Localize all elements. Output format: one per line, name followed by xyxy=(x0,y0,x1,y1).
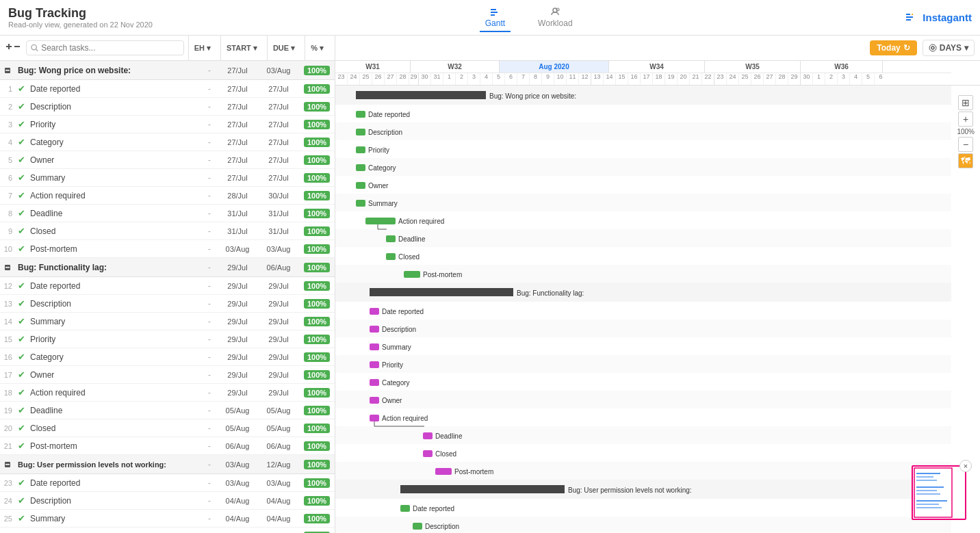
today-icon: ↻ xyxy=(903,43,910,53)
task-row[interactable]: 26 ✔ Priority - 04/Aug 04/Aug 100% xyxy=(0,528,335,533)
task-row[interactable]: 19 ✔ Deadline - 05/Aug 05/Aug 100% xyxy=(0,402,335,419)
task-row[interactable]: 1 ✔ Date reported - 27/Jul 27/Jul 100% xyxy=(0,80,335,98)
day-cell: 6 xyxy=(505,73,517,85)
group-due: 06/Aug xyxy=(258,263,299,272)
task-row[interactable]: 13 ✔ Description - 29/Jul 29/Jul 100% xyxy=(0,295,335,313)
gantt-task-label: Description xyxy=(425,523,459,530)
tab-gantt[interactable]: Gantt xyxy=(480,3,511,32)
task-due: 05/Aug xyxy=(258,424,299,432)
task-num: 2 xyxy=(0,103,15,111)
task-name: Deadline xyxy=(27,406,202,415)
task-row[interactable]: 23 ✔ Date reported - 03/Aug 03/Aug 100% xyxy=(0,474,335,492)
tab-workload[interactable]: Workload xyxy=(532,3,578,32)
svg-rect-25 xyxy=(335,105,951,122)
task-row[interactable]: 24 ✔ Description - 04/Aug 04/Aug 100% xyxy=(0,492,335,510)
task-row[interactable]: 2 ✔ Description - 27/Jul 27/Jul 100% xyxy=(0,98,335,116)
day-cell: 17 xyxy=(641,73,653,85)
today-label: Today xyxy=(877,43,900,53)
task-due: 29/Jul xyxy=(258,389,299,397)
zoom-fit-button[interactable]: ⊞ xyxy=(958,95,973,110)
task-row[interactable]: 7 ✔ Action required - 28/Jul 30/Jul 100% xyxy=(0,187,335,205)
task-start: 04/Aug xyxy=(217,497,258,505)
task-num: 16 xyxy=(0,353,15,361)
collapse-icon[interactable] xyxy=(0,67,15,74)
collapse-icon[interactable] xyxy=(0,264,15,271)
days-button[interactable]: DAYS ▾ xyxy=(923,40,975,56)
col-eh[interactable]: EH ▾ xyxy=(188,36,216,60)
zoom-out-button[interactable]: − xyxy=(958,137,973,152)
group-row[interactable]: Bug: User permission levels not working:… xyxy=(0,455,335,474)
task-row[interactable]: 18 ✔ Action required - 29/Jul 29/Jul 100… xyxy=(0,384,335,402)
task-name: Action required xyxy=(27,388,202,398)
task-name: Closed xyxy=(27,424,202,433)
task-due: 29/Jul xyxy=(258,353,299,361)
task-start: 31/Jul xyxy=(217,227,258,235)
collapse-icon[interactable] xyxy=(0,461,15,468)
task-row[interactable]: 10 ✔ Post-mortem - 03/Aug 03/Aug 100% xyxy=(0,240,335,258)
task-check: ✔ xyxy=(15,405,27,415)
svg-rect-48 xyxy=(370,288,513,296)
task-row[interactable]: 6 ✔ Summary - 27/Jul 27/Jul 100% xyxy=(0,169,335,187)
task-start: 06/Aug xyxy=(217,442,258,450)
task-num: 25 xyxy=(0,515,15,523)
day-cell: 5 xyxy=(862,73,875,85)
zoom-in-button[interactable]: + xyxy=(958,112,973,127)
minimap-close-button[interactable]: × xyxy=(959,460,972,472)
day-cell: 19 xyxy=(665,73,678,85)
task-check: ✔ xyxy=(15,441,27,451)
svg-rect-1 xyxy=(491,12,498,13)
group-row[interactable]: Bug: Functionality lag: - 29/Jul 06/Aug … xyxy=(0,258,335,277)
task-start: 27/Jul xyxy=(217,85,258,93)
gantt-task-label: Date reported xyxy=(382,308,424,315)
task-num: 12 xyxy=(0,282,15,290)
day-cell: 6 xyxy=(875,73,887,85)
group-row[interactable]: Bug: Wong price on website: - 27/Jul 03/… xyxy=(0,61,335,80)
task-pct: 100% xyxy=(299,299,335,309)
task-row[interactable]: 4 ✔ Category - 27/Jul 27/Jul 100% xyxy=(0,133,335,151)
task-name: Priority xyxy=(27,335,202,344)
day-cell: 14 xyxy=(604,73,616,85)
task-row[interactable]: 20 ✔ Closed - 05/Aug 05/Aug 100% xyxy=(0,419,335,437)
col-due[interactable]: DUE ▾ xyxy=(267,36,300,60)
search-input[interactable] xyxy=(41,43,179,53)
map-toggle-button[interactable]: 🗺 xyxy=(958,153,973,168)
task-name: Summary xyxy=(27,514,202,523)
svg-rect-58 xyxy=(370,379,379,386)
days-label: DAYS xyxy=(940,43,962,53)
group-start: 03/Aug xyxy=(217,460,258,469)
task-start: 27/Jul xyxy=(217,120,258,129)
day-cell: 24 xyxy=(727,73,739,85)
svg-rect-49 xyxy=(335,302,951,320)
task-name: Description xyxy=(27,496,202,506)
col-start[interactable]: START ▾ xyxy=(220,36,263,60)
task-row[interactable]: 25 ✔ Summary - 04/Aug 04/Aug 100% xyxy=(0,510,335,528)
col-pct[interactable]: % ▾ xyxy=(305,36,329,60)
svg-rect-43 xyxy=(335,247,951,265)
task-row[interactable]: 15 ✔ Priority - 29/Jul 29/Jul 100% xyxy=(0,330,335,348)
task-start: 05/Aug xyxy=(217,406,258,415)
task-due: 05/Aug xyxy=(258,406,299,415)
today-button[interactable]: Today ↻ xyxy=(870,40,916,55)
task-name: Post-mortem xyxy=(27,244,202,254)
svg-rect-44 xyxy=(386,253,396,260)
task-row[interactable]: 21 ✔ Post-mortem - 06/Aug 06/Aug 100% xyxy=(0,437,335,455)
task-row[interactable]: 16 ✔ Category - 29/Jul 29/Jul 100% xyxy=(0,348,335,366)
task-row[interactable]: 9 ✔ Closed - 31/Jul 31/Jul 100% xyxy=(0,222,335,240)
add-minus-btn[interactable] xyxy=(5,42,22,53)
task-start: 27/Jul xyxy=(217,138,258,146)
group-start: 27/Jul xyxy=(217,66,258,75)
day-cell: 22 xyxy=(702,73,714,85)
day-cell: 4 xyxy=(850,73,862,85)
task-row[interactable]: 8 ✔ Deadline - 31/Jul 31/Jul 100% xyxy=(0,205,335,222)
gantt-svg: Bug: Wong price on website: Date reporte… xyxy=(335,86,951,533)
workload-icon xyxy=(550,6,560,17)
task-row[interactable]: 14 ✔ Summary - 29/Jul 29/Jul 100% xyxy=(0,313,335,330)
task-row[interactable]: 3 ✔ Priority - 27/Jul 27/Jul 100% xyxy=(0,116,335,133)
task-row[interactable]: 5 ✔ Owner - 27/Jul 27/Jul 100% xyxy=(0,151,335,169)
task-row[interactable]: 17 ✔ Owner - 29/Jul 29/Jul 100% xyxy=(0,366,335,384)
week-label: W31 xyxy=(335,61,411,73)
search-box[interactable] xyxy=(26,40,184,55)
task-row[interactable]: 12 ✔ Date reported - 29/Jul 29/Jul 100% xyxy=(0,277,335,295)
task-start: 29/Jul xyxy=(217,300,258,308)
task-num: 6 xyxy=(0,174,15,182)
